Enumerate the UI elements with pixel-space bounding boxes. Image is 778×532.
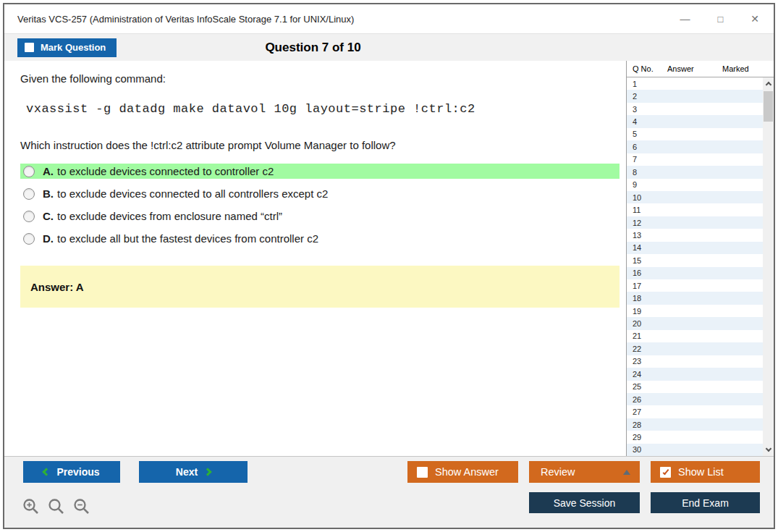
- question-list-row[interactable]: 29: [627, 431, 763, 443]
- question-list-row[interactable]: 10: [627, 191, 763, 203]
- row-qno: 14: [627, 243, 661, 252]
- command-text: vxassist -g datadg make datavol 10g layo…: [20, 102, 622, 116]
- footer-bar: Previous Next Show Answer Review Show Li…: [4, 456, 774, 528]
- question-list-row[interactable]: 12: [627, 216, 763, 229]
- previous-button[interactable]: Previous: [23, 461, 120, 483]
- question-list-row[interactable]: 4: [627, 115, 763, 127]
- title-bar: Veritas VCS-257 (Administration of Verit…: [4, 4, 774, 33]
- question-list-row[interactable]: 9: [627, 179, 763, 191]
- review-button[interactable]: Review: [529, 461, 640, 483]
- show-list-checkbox: [660, 467, 671, 478]
- option-text: A.to exclude devices connected to contro…: [43, 165, 274, 177]
- row-qno: 27: [627, 408, 661, 416]
- scroll-up-icon[interactable]: [765, 82, 771, 88]
- question-list-row[interactable]: 5: [627, 128, 763, 140]
- header-marked: Marked: [722, 64, 774, 73]
- maximize-icon[interactable]: □: [717, 14, 723, 24]
- row-qno: 3: [627, 105, 661, 114]
- answer-option[interactable]: D.to exclude all but the fastest devices…: [20, 231, 620, 246]
- row-qno: 2: [627, 92, 661, 101]
- answer-box: Answer: A: [20, 266, 620, 308]
- next-button[interactable]: Next: [139, 461, 248, 483]
- zoom-toolbar: [22, 497, 91, 516]
- row-qno: 7: [627, 155, 661, 164]
- question-list-row[interactable]: 14: [627, 242, 763, 254]
- close-icon[interactable]: ✕: [750, 14, 759, 24]
- option-radio[interactable]: [23, 188, 35, 200]
- show-list-label: Show List: [678, 466, 724, 478]
- row-qno: 21: [627, 332, 661, 340]
- row-qno: 10: [627, 193, 661, 202]
- next-label: Next: [176, 466, 198, 478]
- scroll-down-icon[interactable]: [765, 446, 771, 452]
- question-list-row[interactable]: 2: [627, 90, 763, 102]
- header-strip: Mark Question Question 7 of 10: [4, 33, 774, 61]
- show-answer-button[interactable]: Show Answer: [407, 461, 518, 483]
- answer-option[interactable]: A.to exclude devices connected to contro…: [20, 164, 620, 179]
- option-radio[interactable]: [23, 211, 35, 222]
- scrollbar-thumb[interactable]: [764, 91, 773, 122]
- question-list-panel: Q No. Answer Marked 12345678910111213141…: [626, 61, 774, 456]
- question-list-row[interactable]: 23: [627, 355, 763, 368]
- chevron-left-icon: [43, 468, 51, 476]
- option-text: D.to exclude all but the fastest devices…: [43, 232, 318, 245]
- show-list-button[interactable]: Show List: [651, 461, 760, 483]
- question-list-row[interactable]: 15: [627, 254, 763, 266]
- end-exam-label: End Exam: [682, 497, 729, 509]
- triangle-up-icon: [623, 470, 630, 475]
- question-list-scrollbar[interactable]: [763, 77, 774, 456]
- question-list-row[interactable]: 28: [627, 418, 763, 431]
- question-list-row[interactable]: 21: [627, 330, 763, 342]
- app-window: Veritas VCS-257 (Administration of Verit…: [3, 3, 775, 529]
- check-icon: [662, 468, 669, 474]
- question-list-row[interactable]: 3: [627, 103, 763, 115]
- review-label: Review: [541, 466, 575, 478]
- question-list-row[interactable]: 6: [627, 140, 763, 153]
- zoom-reset-icon[interactable]: [47, 497, 66, 516]
- option-radio[interactable]: [23, 166, 35, 177]
- row-qno: 13: [627, 231, 661, 240]
- question-list-row[interactable]: 26: [627, 393, 763, 405]
- end-exam-button[interactable]: End Exam: [651, 492, 760, 513]
- question-list-row[interactable]: 30: [627, 444, 763, 456]
- question-list-row[interactable]: 1: [627, 77, 763, 90]
- question-list-row[interactable]: 11: [627, 203, 763, 216]
- question-list-row[interactable]: 16: [627, 267, 763, 279]
- chevron-right-icon: [204, 468, 212, 476]
- window-controls: — □ ✕: [680, 14, 759, 24]
- question-list-row[interactable]: 7: [627, 153, 763, 166]
- row-qno: 18: [627, 294, 661, 303]
- show-answer-label: Show Answer: [435, 466, 499, 478]
- row-qno: 17: [627, 282, 661, 290]
- row-qno: 23: [627, 357, 661, 366]
- question-list-row[interactable]: 22: [627, 342, 763, 355]
- row-qno: 4: [627, 117, 661, 126]
- zoom-out-icon[interactable]: [72, 497, 91, 516]
- zoom-in-icon[interactable]: [22, 497, 41, 516]
- row-qno: 30: [627, 445, 661, 454]
- option-radio[interactable]: [23, 233, 35, 245]
- row-qno: 1: [627, 80, 661, 88]
- row-qno: 11: [627, 206, 661, 214]
- question-list-row[interactable]: 19: [627, 305, 763, 317]
- answer-option[interactable]: B.to exclude devices connected to all co…: [20, 186, 620, 201]
- question-list-row[interactable]: 8: [627, 166, 763, 178]
- question-list-row[interactable]: 27: [627, 405, 763, 418]
- row-qno: 15: [627, 256, 661, 265]
- question-list-row[interactable]: 17: [627, 279, 763, 292]
- question-list-rows: 1234567891011121314151617181920212223242…: [627, 77, 763, 456]
- option-text: C.to exclude devices from enclosure name…: [43, 210, 282, 222]
- header-answer: Answer: [667, 64, 722, 73]
- question-list-row[interactable]: 25: [627, 381, 763, 393]
- row-qno: 22: [627, 345, 661, 353]
- minimize-icon[interactable]: —: [680, 14, 690, 24]
- question-panel: Given the following command: vxassist -g…: [4, 61, 626, 456]
- question-list-row[interactable]: 18: [627, 292, 763, 304]
- save-session-button[interactable]: Save Session: [529, 492, 640, 513]
- answer-option[interactable]: C.to exclude devices from enclosure name…: [20, 208, 620, 224]
- question-list-row[interactable]: 20: [627, 317, 763, 329]
- question-list-row[interactable]: 13: [627, 229, 763, 241]
- question-list-row[interactable]: 24: [627, 368, 763, 380]
- row-qno: 25: [627, 382, 661, 391]
- answer-label: Answer: A: [30, 281, 84, 293]
